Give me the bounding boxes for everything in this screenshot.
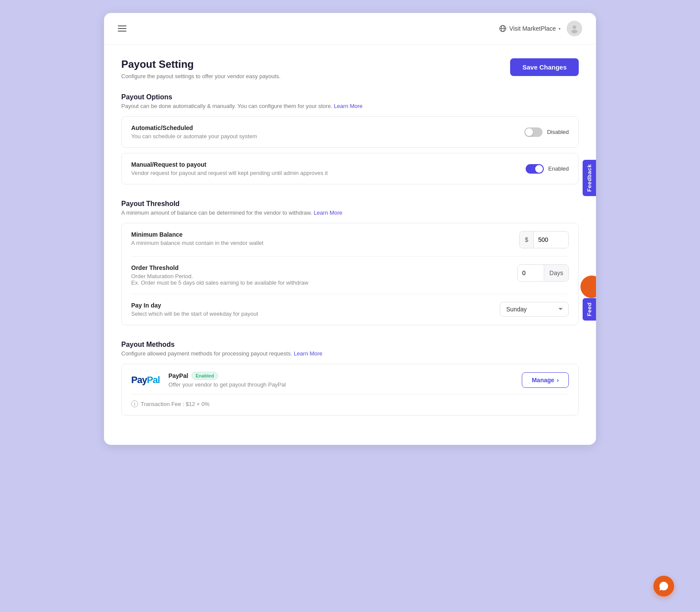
minimum-balance-input-group: $ <box>519 231 569 248</box>
paypal-row: PayPal PayPal Enabled Offer your vendor … <box>131 372 569 388</box>
page-header: Payout Setting Configure the payout sett… <box>121 58 579 79</box>
paypal-footer: i Transaction Fee : $12 + 0% <box>131 394 569 407</box>
minimum-balance-info: Minimum Balance A minimum balance must c… <box>131 231 263 246</box>
minimum-balance-input[interactable] <box>534 231 568 248</box>
page-title-group: Payout Setting Configure the payout sett… <box>121 58 281 79</box>
order-threshold-desc2: Ex. Order must be 5 days old sales earni… <box>131 279 308 286</box>
manual-desc: Vendor request for payout and request wi… <box>131 170 328 176</box>
order-threshold-info: Order Threshold Order Maturation Period.… <box>131 264 308 286</box>
automatic-desc: You can schedule or automate your payout… <box>131 133 257 140</box>
chevron-down-icon: ▾ <box>558 26 561 31</box>
order-threshold-input[interactable] <box>518 265 544 281</box>
globe-icon <box>499 25 507 32</box>
minimum-balance-label: Minimum Balance <box>131 231 263 238</box>
manual-payout-card: Manual/Request to payout Vendor request … <box>121 153 579 184</box>
manual-toggle[interactable] <box>526 164 544 174</box>
info-icon: i <box>131 400 138 407</box>
automatic-label: Automatic/Scheduled <box>131 124 257 131</box>
feedback-tab-2[interactable]: Feed <box>583 298 596 320</box>
payout-threshold-title: Payout Threshold <box>121 200 579 208</box>
pay-in-day-desc: Select which will be the start of weekda… <box>131 311 258 317</box>
order-threshold-desc1: Order Maturation Period. <box>131 273 308 279</box>
main-content: Payout Setting Configure the payout sett… <box>104 44 596 445</box>
payout-options-title: Payout Options <box>121 93 579 101</box>
payout-threshold-learn-more[interactable]: Learn More <box>314 209 342 216</box>
payout-methods-learn-more[interactable]: Learn More <box>294 350 322 357</box>
manual-status: Enabled <box>548 165 569 172</box>
payout-methods-title: Payout Methods <box>121 341 579 349</box>
paypal-name: PayPal Enabled <box>168 372 286 380</box>
feedback-tab[interactable]: Feedback <box>583 160 596 196</box>
paypal-desc: Offer your vendor to get payout through … <box>168 381 286 388</box>
transaction-fee-text: Transaction Fee : $12 + 0% <box>141 401 210 407</box>
chevron-right-icon: › <box>557 377 559 384</box>
visit-marketplace-button[interactable]: Visit MarketPlace ▾ <box>499 25 561 32</box>
header-right: Visit MarketPlace ▾ <box>499 21 582 36</box>
days-suffix: Days <box>544 265 568 281</box>
manual-toggle-group: Enabled <box>526 164 569 174</box>
paypal-manage-button[interactable]: Manage › <box>522 372 569 388</box>
paypal-logo: PayPal <box>131 374 160 386</box>
svg-point-3 <box>573 25 576 29</box>
automatic-toggle-group: Disabled <box>524 127 569 137</box>
minimum-balance-card: Minimum Balance A minimum balance must c… <box>131 223 569 256</box>
payout-methods-section: Payout Methods Configure allowed payment… <box>121 341 579 415</box>
payout-methods-desc: Configure allowed payment methods for pr… <box>121 350 579 357</box>
order-threshold-label: Order Threshold <box>131 264 308 271</box>
payout-options-learn-more[interactable]: Learn More <box>334 103 363 109</box>
visit-marketplace-label: Visit MarketPlace <box>509 25 556 32</box>
payout-options-section: Payout Options Payout can be done automa… <box>121 93 579 184</box>
header: Visit MarketPlace ▾ <box>104 13 596 44</box>
chat-bubble[interactable] <box>653 576 674 596</box>
save-changes-button[interactable]: Save Changes <box>510 58 579 76</box>
page-title: Payout Setting <box>121 58 281 70</box>
automatic-scheduled-card: Automatic/Scheduled You can schedule or … <box>121 116 579 148</box>
automatic-toggle[interactable] <box>524 127 542 137</box>
threshold-wrapper: Minimum Balance A minimum balance must c… <box>121 223 579 325</box>
dollar-prefix: $ <box>520 231 534 248</box>
manual-label: Manual/Request to payout <box>131 161 328 168</box>
automatic-status: Disabled <box>547 129 569 135</box>
paypal-badge: Enabled <box>192 372 218 380</box>
page-subtitle: Configure the payout settings to offer y… <box>121 73 281 79</box>
order-threshold-input-group: Days <box>517 264 569 282</box>
payout-options-desc: Payout can be done automatically & manua… <box>121 103 579 109</box>
paypal-card: PayPal PayPal Enabled Offer your vendor … <box>121 364 579 415</box>
order-threshold-card: Order Threshold Order Maturation Period.… <box>131 256 569 294</box>
automatic-info: Automatic/Scheduled You can schedule or … <box>131 124 257 140</box>
paypal-info: PayPal PayPal Enabled Offer your vendor … <box>131 372 286 388</box>
payout-threshold-section: Payout Threshold A minimum amount of bal… <box>121 200 579 325</box>
hamburger-menu[interactable] <box>118 25 126 32</box>
paypal-details: PayPal Enabled Offer your vendor to get … <box>168 372 286 388</box>
pay-in-day-label: Pay In day <box>131 302 258 309</box>
svg-point-4 <box>571 30 577 33</box>
minimum-balance-desc: A minimum balance must contain in the ve… <box>131 240 263 246</box>
avatar[interactable] <box>567 21 582 36</box>
pay-in-day-info: Pay In day Select which will be the star… <box>131 302 258 317</box>
manual-info: Manual/Request to payout Vendor request … <box>131 161 328 176</box>
pay-in-day-select[interactable]: Sunday Monday Tuesday Wednesday Thursday… <box>500 302 569 317</box>
payout-threshold-desc: A minimum amount of balance can be deter… <box>121 209 579 216</box>
pay-in-day-card: Pay In day Select which will be the star… <box>131 294 569 325</box>
